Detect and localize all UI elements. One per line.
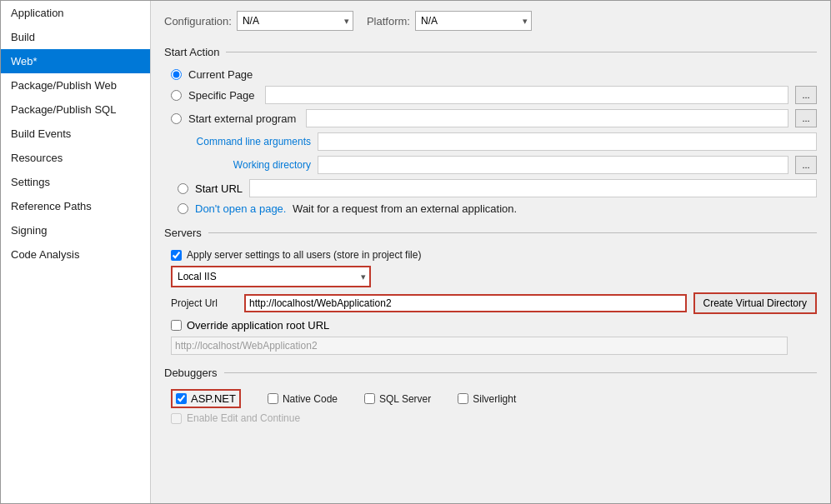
start-url-row: Start URL	[171, 179, 817, 197]
main-window: Application Build Web* Package/Publish W…	[0, 0, 831, 504]
sidebar-item-package-publish-sql[interactable]: Package/Publish SQL	[1, 97, 150, 122]
server-select-wrapper: Local IIS IIS Express Custom Web Server	[171, 266, 371, 287]
sidebar-item-build-events[interactable]: Build Events	[1, 122, 150, 146]
override-row: Override application root URL	[164, 319, 817, 332]
aspnet-wrapper: ASP.NET	[171, 389, 241, 408]
sidebar-item-package-publish-web[interactable]: Package/Publish Web	[1, 73, 150, 97]
current-page-radio[interactable]	[171, 69, 182, 80]
sidebar-item-build[interactable]: Build	[1, 25, 150, 49]
servers-content: Apply server settings to all users (stor…	[164, 249, 817, 355]
start-external-row: Start external program ...	[171, 109, 817, 127]
current-page-row: Current Page	[171, 68, 817, 81]
working-dir-row: Working directory ...	[171, 156, 817, 174]
start-action-header: Start Action	[164, 46, 817, 58]
silverlight-checkbox[interactable]	[458, 393, 468, 404]
start-url-label[interactable]: Start URL	[195, 182, 243, 195]
config-label: Configuration:	[164, 15, 232, 27]
project-url-input[interactable]	[244, 294, 687, 312]
top-bar: Configuration: N/A Platform: N/A	[164, 11, 817, 31]
native-code-checkbox[interactable]	[268, 393, 278, 404]
current-page-label[interactable]: Current Page	[188, 68, 253, 81]
cmd-args-label: Command line arguments	[178, 136, 311, 147]
sidebar-item-signing[interactable]: Signing	[1, 218, 150, 242]
sql-server-item: SQL Server	[364, 393, 431, 405]
servers-header: Servers	[164, 227, 817, 239]
aspnet-label[interactable]: ASP.NET	[191, 392, 236, 405]
dont-open-radio[interactable]	[178, 203, 188, 214]
aspnet-checkbox[interactable]	[176, 393, 187, 404]
start-external-radio[interactable]	[171, 113, 182, 124]
cmd-args-input[interactable]	[318, 132, 817, 151]
override-url-checkbox[interactable]	[171, 320, 182, 331]
specific-page-label[interactable]: Specific Page	[188, 89, 255, 102]
debuggers-header: Debuggers	[164, 367, 817, 379]
specific-page-browse-btn[interactable]: ...	[795, 86, 817, 104]
main-content: Configuration: N/A Platform: N/A Start A…	[151, 1, 830, 503]
dont-open-text: Don't open a page.	[195, 202, 286, 215]
silverlight-item: Silverlight	[458, 393, 516, 405]
apply-settings-label[interactable]: Apply server settings to all users (stor…	[187, 249, 421, 261]
project-url-label: Project Url	[171, 297, 238, 309]
working-dir-label: Working directory	[178, 159, 311, 171]
native-code-item: Native Code	[268, 393, 338, 405]
dont-open-row: Don't open a page. Wait for a request fr…	[171, 202, 817, 215]
server-select[interactable]: Local IIS IIS Express Custom Web Server	[171, 266, 371, 287]
start-url-radio[interactable]	[178, 183, 188, 194]
start-action-options: Current Page Specific Page ... Start ext…	[164, 68, 817, 215]
override-url-input-row	[164, 337, 817, 355]
specific-page-row: Specific Page ...	[171, 86, 817, 104]
override-url-input[interactable]	[171, 337, 788, 355]
start-url-input[interactable]	[249, 179, 817, 197]
debuggers-content: ASP.NET Native Code SQL Server Silverlig…	[164, 389, 817, 424]
start-external-input[interactable]	[306, 109, 788, 127]
override-url-label[interactable]: Override application root URL	[187, 319, 329, 332]
platform-select-wrapper: N/A	[415, 11, 532, 31]
sidebar-item-application[interactable]: Application	[1, 1, 150, 25]
sql-server-label[interactable]: SQL Server	[379, 393, 431, 405]
specific-page-radio[interactable]	[171, 90, 182, 101]
native-code-label[interactable]: Native Code	[283, 393, 338, 405]
specific-page-input[interactable]	[265, 86, 789, 104]
platform-label: Platform:	[367, 15, 410, 27]
debuggers-checkboxes-row: ASP.NET Native Code SQL Server Silverlig…	[164, 389, 817, 408]
sidebar-item-reference-paths[interactable]: Reference Paths	[1, 194, 150, 218]
config-group: Configuration: N/A	[164, 11, 353, 31]
start-external-label[interactable]: Start external program	[188, 112, 296, 125]
sidebar-item-web[interactable]: Web*	[1, 49, 150, 73]
start-external-browse-btn[interactable]: ...	[795, 109, 817, 127]
silverlight-label[interactable]: Silverlight	[473, 393, 516, 405]
working-dir-browse-btn[interactable]: ...	[795, 156, 817, 174]
platform-select[interactable]: N/A	[415, 11, 532, 31]
enable-edit-label: Enable Edit and Continue	[187, 412, 300, 424]
sidebar-item-settings[interactable]: Settings	[1, 170, 150, 194]
server-dropdown-row: Local IIS IIS Express Custom Web Server	[164, 266, 817, 287]
cmd-args-row: Command line arguments	[171, 132, 817, 151]
sidebar: Application Build Web* Package/Publish W…	[1, 1, 151, 503]
sidebar-item-code-analysis[interactable]: Code Analysis	[1, 242, 150, 267]
enable-edit-row: Enable Edit and Continue	[164, 412, 817, 424]
create-virtual-dir-button[interactable]: Create Virtual Directory	[693, 292, 818, 314]
sidebar-item-resources[interactable]: Resources	[1, 146, 150, 170]
wait-text: Wait for a request from an external appl…	[293, 202, 517, 215]
working-dir-input[interactable]	[318, 156, 788, 174]
apply-settings-row: Apply server settings to all users (stor…	[164, 249, 817, 261]
config-select-wrapper: N/A	[237, 11, 353, 31]
sql-server-checkbox[interactable]	[364, 393, 375, 404]
platform-group: Platform: N/A	[367, 11, 532, 31]
config-select[interactable]: N/A	[237, 11, 353, 31]
dont-open-label[interactable]: Don't open a page. Wait for a request fr…	[195, 202, 517, 215]
apply-settings-checkbox[interactable]	[171, 250, 182, 261]
project-url-row: Project Url Create Virtual Directory	[164, 292, 817, 314]
enable-edit-checkbox[interactable]	[171, 413, 182, 424]
